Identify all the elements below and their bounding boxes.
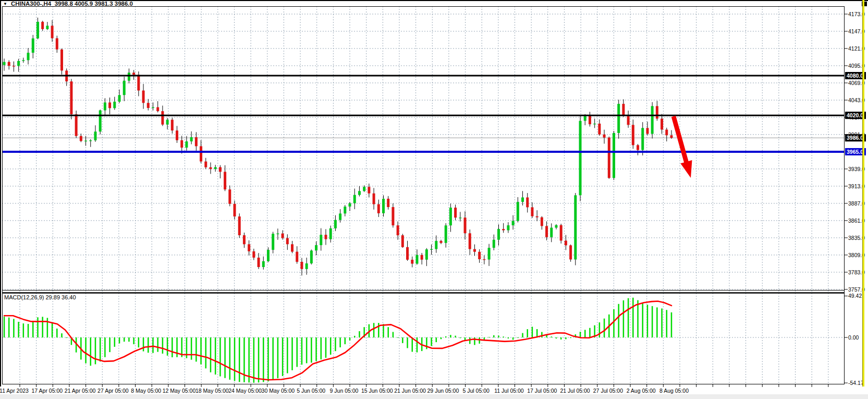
- macd-histogram-bar: [42, 317, 43, 337]
- macd-histogram-bar: [28, 324, 29, 337]
- macd-histogram-bar: [61, 333, 63, 337]
- macd-histogram-bar: [315, 337, 317, 361]
- axis-divider[interactable]: [863, 0, 864, 386]
- macd-histogram-bar: [234, 337, 236, 381]
- macd-histogram-bar: [570, 337, 571, 338]
- candle: [469, 233, 471, 249]
- price-box-4080-text: 4080.0: [847, 72, 863, 79]
- candle: [632, 125, 634, 145]
- candle: [536, 216, 539, 217]
- macd-histogram-bar: [23, 323, 25, 337]
- window-background: [0, 0, 868, 399]
- candle: [195, 137, 198, 146]
- macd-histogram-bar: [517, 337, 519, 338]
- macd-histogram-bar: [148, 337, 149, 353]
- candle: [613, 133, 615, 178]
- candle: [204, 162, 207, 167]
- chart-title: ▼CHINA300-,H4 3998.8 4005.9 3981.3 3986.…: [3, 1, 133, 7]
- macd-histogram-bar: [345, 337, 346, 344]
- candle: [589, 115, 591, 124]
- date-label: 8 May 05:00: [131, 388, 161, 394]
- candle: [565, 240, 567, 245]
- macd-histogram-bar: [100, 337, 101, 361]
- candle: [228, 189, 231, 204]
- macd-histogram-bar: [128, 337, 130, 342]
- date-label: 30 May 05:00: [262, 388, 295, 394]
- symbol-dropdown-icon[interactable]: ▼: [3, 2, 7, 6]
- candle: [401, 235, 404, 247]
- candle: [622, 104, 625, 116]
- candle: [545, 226, 548, 237]
- macd-histogram-bar: [565, 337, 567, 339]
- macd-histogram-bar: [613, 309, 615, 337]
- macd-histogram-bar: [330, 337, 332, 355]
- macd-histogram-bar: [541, 332, 543, 337]
- macd-histogram-bar: [321, 337, 322, 359]
- macd-histogram-bar: [551, 336, 553, 337]
- macd-histogram-bar: [349, 337, 351, 341]
- candle: [521, 198, 524, 202]
- candle: [454, 208, 457, 217]
- mt4-chart-window: ▼CHINA300-,H4 3998.8 4005.9 3981.3 3986.…: [0, 0, 868, 399]
- candle: [282, 234, 284, 238]
- axis-divider-edge: [862, 0, 863, 386]
- macd-histogram-bar: [339, 337, 341, 347]
- macd-histogram-bar: [637, 300, 639, 337]
- macd-histogram-bar: [354, 336, 356, 337]
- candle: [387, 199, 389, 207]
- candle: [310, 250, 313, 263]
- candle: [651, 106, 654, 134]
- candle: [363, 187, 365, 191]
- macd-histogram-bar: [460, 337, 461, 338]
- candle: [99, 111, 102, 132]
- candle: [435, 241, 437, 249]
- candle: [598, 124, 601, 135]
- macd-histogram-bar: [426, 337, 427, 349]
- macd-histogram-bar: [671, 312, 673, 337]
- candle: [392, 207, 394, 225]
- candle: [320, 235, 322, 245]
- candle: [94, 131, 96, 140]
- macd-histogram-bar: [152, 337, 154, 353]
- date-label: 18 May 05:00: [195, 388, 229, 394]
- macd-histogram-bar: [210, 337, 212, 372]
- candle: [406, 247, 409, 260]
- macd-histogram-bar: [623, 300, 625, 337]
- candle: [560, 225, 563, 241]
- candle: [147, 103, 150, 108]
- macd-histogram-bar: [277, 337, 279, 378]
- candle: [238, 216, 241, 235]
- macd-histogram-bar: [393, 332, 394, 337]
- candle: [152, 107, 154, 108]
- macd-histogram-bar: [32, 321, 34, 337]
- candle: [627, 116, 630, 125]
- macd-histogram-bar: [85, 337, 87, 363]
- candle: [569, 245, 572, 259]
- candle: [13, 66, 15, 66]
- candle: [550, 228, 553, 237]
- candle: [421, 255, 423, 260]
- candle: [258, 258, 260, 267]
- candle: [171, 120, 174, 131]
- date-label: 21 Jun 05:00: [394, 388, 426, 394]
- candle: [300, 262, 303, 269]
- candle: [180, 140, 183, 148]
- macd-histogram-bar: [219, 337, 221, 377]
- date-label: 17 Apr 05:00: [32, 388, 63, 394]
- macd-histogram-bar: [282, 337, 284, 376]
- candle: [358, 191, 361, 195]
- candle: [166, 120, 169, 125]
- chart-canvas[interactable]: 4173.04147.04121.04095.04069.04043.04017…: [0, 0, 868, 399]
- candle: [128, 72, 130, 80]
- macd-histogram-bar: [306, 337, 308, 363]
- candle: [478, 252, 481, 259]
- macd-histogram-bar: [417, 337, 418, 353]
- macd-histogram-bar: [656, 307, 658, 337]
- candle: [502, 229, 505, 230]
- macd-histogram-bar: [359, 331, 360, 337]
- candle: [670, 135, 673, 138]
- candle: [272, 234, 274, 250]
- macd-histogram-bar: [498, 335, 499, 337]
- candle: [646, 128, 649, 134]
- macd-histogram-bar: [176, 337, 178, 357]
